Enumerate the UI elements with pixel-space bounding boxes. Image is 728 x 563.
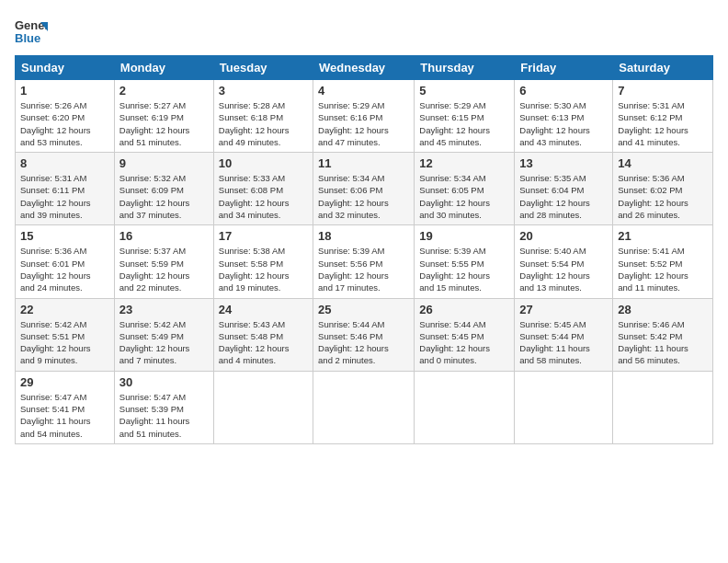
calendar-cell: 25Sunrise: 5:44 AM Sunset: 5:46 PM Dayli… [313,298,415,371]
day-number: 12 [419,156,509,170]
day-number: 10 [219,156,308,170]
day-number: 21 [618,229,708,243]
calendar-cell: 17Sunrise: 5:38 AM Sunset: 5:58 PM Dayli… [213,225,313,298]
calendar-cell [313,371,415,443]
calendar-cell: 21Sunrise: 5:41 AM Sunset: 5:52 PM Dayli… [613,225,713,298]
day-number: 4 [318,84,409,98]
calendar-cell: 14Sunrise: 5:36 AM Sunset: 6:02 PM Dayli… [613,153,713,225]
day-info: Sunrise: 5:37 AM Sunset: 5:59 PM Dayligh… [119,245,209,293]
day-info: Sunrise: 5:34 AM Sunset: 6:05 PM Dayligh… [419,172,509,221]
day-info: Sunrise: 5:31 AM Sunset: 6:12 PM Dayligh… [618,99,708,148]
day-number: 19 [419,229,509,243]
day-info: Sunrise: 5:30 AM Sunset: 6:13 PM Dayligh… [519,99,608,148]
calendar-cell: 10Sunrise: 5:33 AM Sunset: 6:08 PM Dayli… [213,153,313,225]
day-number: 13 [519,156,608,170]
calendar-cell: 18Sunrise: 5:39 AM Sunset: 5:56 PM Dayli… [313,225,415,298]
calendar-cell: 8Sunrise: 5:31 AM Sunset: 6:11 PM Daylig… [16,153,115,225]
day-info: Sunrise: 5:41 AM Sunset: 5:52 PM Dayligh… [618,245,708,293]
day-info: Sunrise: 5:45 AM Sunset: 5:44 PM Dayligh… [519,318,608,367]
weekday-header-thursday: Thursday [415,56,515,80]
day-number: 30 [119,375,209,389]
calendar-cell: 20Sunrise: 5:40 AM Sunset: 5:54 PM Dayli… [515,225,613,298]
calendar-cell: 23Sunrise: 5:42 AM Sunset: 5:49 PM Dayli… [114,298,213,371]
calendar-cell: 24Sunrise: 5:43 AM Sunset: 5:48 PM Dayli… [213,298,313,371]
calendar-cell: 2Sunrise: 5:27 AM Sunset: 6:19 PM Daylig… [114,80,213,153]
day-info: Sunrise: 5:29 AM Sunset: 6:16 PM Dayligh… [318,99,409,148]
day-number: 11 [318,156,409,170]
page-header: General Blue [15,15,713,48]
day-number: 17 [219,229,308,243]
day-info: Sunrise: 5:34 AM Sunset: 6:06 PM Dayligh… [318,172,409,221]
logo: General Blue [15,15,48,48]
day-info: Sunrise: 5:47 AM Sunset: 5:39 PM Dayligh… [119,391,209,440]
calendar-cell: 11Sunrise: 5:34 AM Sunset: 6:06 PM Dayli… [313,153,415,225]
day-info: Sunrise: 5:35 AM Sunset: 6:04 PM Dayligh… [519,172,608,221]
calendar-cell: 26Sunrise: 5:44 AM Sunset: 5:45 PM Dayli… [415,298,515,371]
day-info: Sunrise: 5:31 AM Sunset: 6:11 PM Dayligh… [20,172,109,221]
day-info: Sunrise: 5:47 AM Sunset: 5:41 PM Dayligh… [20,391,109,440]
day-info: Sunrise: 5:39 AM Sunset: 5:56 PM Dayligh… [318,245,409,293]
calendar-cell: 28Sunrise: 5:46 AM Sunset: 5:42 PM Dayli… [613,298,713,371]
calendar-cell: 1Sunrise: 5:26 AM Sunset: 6:20 PM Daylig… [16,80,115,153]
day-number: 14 [618,156,708,170]
day-info: Sunrise: 5:40 AM Sunset: 5:54 PM Dayligh… [519,245,608,293]
weekday-header-friday: Friday [515,56,613,80]
calendar-cell: 4Sunrise: 5:29 AM Sunset: 6:16 PM Daylig… [313,80,415,153]
day-info: Sunrise: 5:42 AM Sunset: 5:49 PM Dayligh… [119,318,209,367]
weekday-header-sunday: Sunday [16,56,115,80]
day-number: 6 [519,84,608,98]
calendar-table: SundayMondayTuesdayWednesdayThursdayFrid… [15,55,713,444]
calendar-cell: 16Sunrise: 5:37 AM Sunset: 5:59 PM Dayli… [114,225,213,298]
weekday-header-tuesday: Tuesday [213,56,313,80]
calendar-cell: 5Sunrise: 5:29 AM Sunset: 6:15 PM Daylig… [415,80,515,153]
calendar-cell: 29Sunrise: 5:47 AM Sunset: 5:41 PM Dayli… [16,371,115,443]
calendar-cell: 19Sunrise: 5:39 AM Sunset: 5:55 PM Dayli… [415,225,515,298]
day-number: 5 [419,84,509,98]
calendar-cell: 9Sunrise: 5:32 AM Sunset: 6:09 PM Daylig… [114,153,213,225]
day-info: Sunrise: 5:36 AM Sunset: 6:02 PM Dayligh… [618,172,708,221]
day-info: Sunrise: 5:32 AM Sunset: 6:09 PM Dayligh… [119,172,209,221]
weekday-header-saturday: Saturday [613,56,713,80]
day-number: 28 [618,303,708,316]
day-number: 7 [618,84,708,98]
day-number: 23 [119,303,209,316]
calendar-cell: 13Sunrise: 5:35 AM Sunset: 6:04 PM Dayli… [515,153,613,225]
day-info: Sunrise: 5:44 AM Sunset: 5:45 PM Dayligh… [419,318,509,367]
calendar-cell: 30Sunrise: 5:47 AM Sunset: 5:39 PM Dayli… [114,371,213,443]
calendar-cell: 12Sunrise: 5:34 AM Sunset: 6:05 PM Dayli… [415,153,515,225]
day-number: 25 [318,303,409,316]
day-info: Sunrise: 5:38 AM Sunset: 5:58 PM Dayligh… [219,245,308,293]
calendar-cell: 15Sunrise: 5:36 AM Sunset: 6:01 PM Dayli… [16,225,115,298]
day-number: 24 [219,303,308,316]
weekday-header-monday: Monday [114,56,213,80]
day-number: 20 [519,229,608,243]
calendar-cell [515,371,613,443]
day-number: 22 [20,303,109,316]
calendar-cell: 7Sunrise: 5:31 AM Sunset: 6:12 PM Daylig… [613,80,713,153]
svg-text:Blue: Blue [15,31,40,45]
day-info: Sunrise: 5:28 AM Sunset: 6:18 PM Dayligh… [219,99,308,148]
day-number: 1 [20,84,109,98]
day-info: Sunrise: 5:33 AM Sunset: 6:08 PM Dayligh… [219,172,308,221]
day-number: 26 [419,303,509,316]
day-info: Sunrise: 5:43 AM Sunset: 5:48 PM Dayligh… [219,318,308,367]
calendar-cell: 22Sunrise: 5:42 AM Sunset: 5:51 PM Dayli… [16,298,115,371]
logo-icon: General Blue [15,15,48,48]
day-info: Sunrise: 5:27 AM Sunset: 6:19 PM Dayligh… [119,99,209,148]
day-info: Sunrise: 5:42 AM Sunset: 5:51 PM Dayligh… [20,318,109,367]
day-info: Sunrise: 5:29 AM Sunset: 6:15 PM Dayligh… [419,99,509,148]
calendar-cell: 3Sunrise: 5:28 AM Sunset: 6:18 PM Daylig… [213,80,313,153]
day-number: 18 [318,229,409,243]
calendar-cell [213,371,313,443]
calendar-cell [613,371,713,443]
day-number: 29 [20,375,109,389]
day-info: Sunrise: 5:44 AM Sunset: 5:46 PM Dayligh… [318,318,409,367]
day-info: Sunrise: 5:39 AM Sunset: 5:55 PM Dayligh… [419,245,509,293]
calendar-cell: 6Sunrise: 5:30 AM Sunset: 6:13 PM Daylig… [515,80,613,153]
day-info: Sunrise: 5:36 AM Sunset: 6:01 PM Dayligh… [20,245,109,293]
day-number: 15 [20,229,109,243]
day-info: Sunrise: 5:26 AM Sunset: 6:20 PM Dayligh… [20,99,109,148]
weekday-header-wednesday: Wednesday [313,56,415,80]
calendar-cell [415,371,515,443]
day-number: 9 [119,156,209,170]
